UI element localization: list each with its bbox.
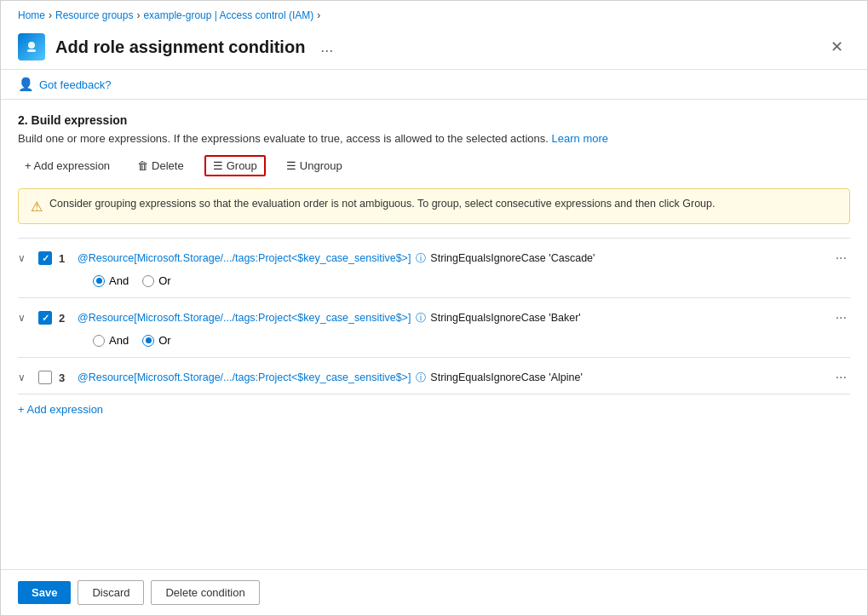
- checkbox-2[interactable]: ✓: [38, 311, 52, 325]
- breadcrumb: Home › Resource groups › example-group |…: [1, 1, 867, 26]
- breadcrumb-example-group[interactable]: example-group | Access control (IAM): [143, 9, 313, 21]
- group-icon: ☰: [213, 159, 223, 172]
- panel-footer: Save Discard Delete condition: [1, 569, 867, 615]
- warning-text: Consider grouping expressions so that th…: [49, 198, 715, 210]
- close-button[interactable]: ✕: [824, 34, 850, 60]
- or-radio-2[interactable]: Or: [142, 334, 170, 347]
- page-title: Add role assignment condition: [55, 37, 305, 57]
- warning-box: ⚠ Consider grouping expressions so that …: [18, 188, 850, 224]
- feedback-label[interactable]: Got feedback?: [39, 78, 112, 91]
- expression-toolbar: + Add expression 🗑 Delete ☰ Group ☰ Ungr…: [18, 155, 850, 176]
- and-or-row-2: And Or: [18, 329, 850, 352]
- delete-button[interactable]: 🗑 Delete: [130, 156, 191, 176]
- save-button[interactable]: Save: [18, 581, 71, 604]
- delete-icon: 🗑: [137, 159, 148, 172]
- expr-number-2: 2: [59, 312, 71, 325]
- group-button[interactable]: ☰ Group: [204, 155, 266, 176]
- and-radio-2[interactable]: And: [93, 334, 129, 347]
- expr-text-1: @Resource[Microsoft.Storage/.../tags:Pro…: [78, 251, 825, 266]
- expression-row-2: ∨ ✓ 2 @Resource[Microsoft.Storage/.../ta…: [18, 297, 850, 357]
- expand-icon-2[interactable]: ∨: [18, 312, 32, 324]
- or-radio-1[interactable]: Or: [142, 274, 170, 287]
- add-expression-link[interactable]: + Add expression: [18, 394, 103, 419]
- main-panel: Home › Resource groups › example-group |…: [0, 0, 868, 616]
- checkbox-1[interactable]: ✓: [38, 251, 52, 265]
- delete-condition-button[interactable]: Delete condition: [151, 580, 259, 605]
- ungroup-icon: ☰: [286, 159, 296, 172]
- warning-icon: ⚠: [31, 199, 43, 215]
- expand-icon-1[interactable]: ∨: [18, 252, 32, 264]
- info-icon-2: ⓘ: [416, 312, 426, 324]
- svg-rect-1: [27, 49, 36, 52]
- discard-button[interactable]: Discard: [78, 580, 144, 605]
- expr-more-2[interactable]: ···: [832, 310, 850, 325]
- expression-row-3: ∨ 3 @Resource[Microsoft.Storage/.../tags…: [18, 357, 850, 394]
- main-content: 2. Build expression Build one or more ex…: [1, 100, 867, 569]
- expr-text-2: @Resource[Microsoft.Storage/.../tags:Pro…: [78, 311, 825, 325]
- expr-more-3[interactable]: ···: [832, 370, 850, 385]
- feedback-icon: 👤: [18, 77, 34, 92]
- section-title: 2. Build expression: [18, 113, 850, 127]
- info-icon-1: ⓘ: [416, 252, 426, 264]
- expr-number-1: 1: [59, 252, 71, 265]
- feedback-bar: 👤 Got feedback?: [1, 70, 867, 100]
- and-or-row-1: And Or: [18, 269, 850, 292]
- svg-point-0: [28, 42, 35, 49]
- panel-icon: [18, 33, 45, 60]
- and-radio-1[interactable]: And: [93, 274, 129, 287]
- info-icon-3: ⓘ: [416, 371, 426, 383]
- ungroup-button[interactable]: ☰ Ungroup: [279, 156, 349, 176]
- checkbox-3[interactable]: [38, 371, 52, 384]
- expr-text-3: @Resource[Microsoft.Storage/.../tags:Pro…: [78, 371, 825, 385]
- breadcrumb-home[interactable]: Home: [18, 9, 45, 21]
- header-more-options[interactable]: ...: [315, 37, 338, 58]
- expr-number-3: 3: [59, 371, 71, 384]
- learn-more-link[interactable]: Learn more: [552, 132, 608, 145]
- expand-icon-3[interactable]: ∨: [18, 371, 32, 383]
- section-description: Build one or more expressions. If the ex…: [18, 132, 850, 145]
- panel-header: Add role assignment condition ... ✕: [1, 26, 867, 70]
- expression-row-1: ∨ ✓ 1 @Resource[Microsoft.Storage/.../ta…: [18, 238, 850, 297]
- add-expression-button[interactable]: + Add expression: [18, 156, 117, 176]
- expr-more-1[interactable]: ···: [832, 250, 850, 266]
- breadcrumb-resource-groups[interactable]: Resource groups: [55, 9, 133, 21]
